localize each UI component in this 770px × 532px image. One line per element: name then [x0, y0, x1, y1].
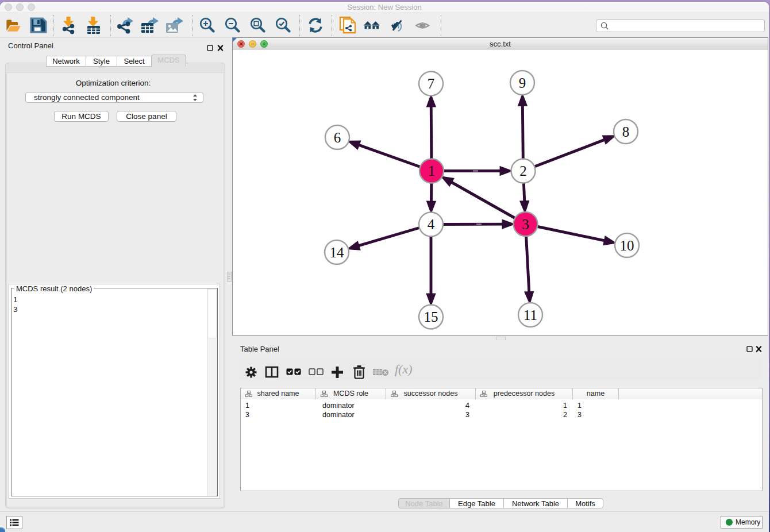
- svg-text:8: 8: [622, 124, 630, 140]
- svg-text:15: 15: [424, 309, 438, 325]
- svg-text:2: 2: [519, 163, 527, 179]
- svg-text:1: 1: [428, 163, 436, 179]
- svg-text:4: 4: [428, 217, 435, 232]
- svg-text:11: 11: [523, 307, 537, 323]
- svg-text:9: 9: [519, 75, 526, 91]
- svg-text:3: 3: [522, 217, 529, 232]
- svg-text:6: 6: [334, 130, 341, 145]
- svg-text:10: 10: [620, 238, 634, 253]
- svg-text:14: 14: [330, 245, 345, 260]
- svg-text:7: 7: [428, 76, 435, 91]
